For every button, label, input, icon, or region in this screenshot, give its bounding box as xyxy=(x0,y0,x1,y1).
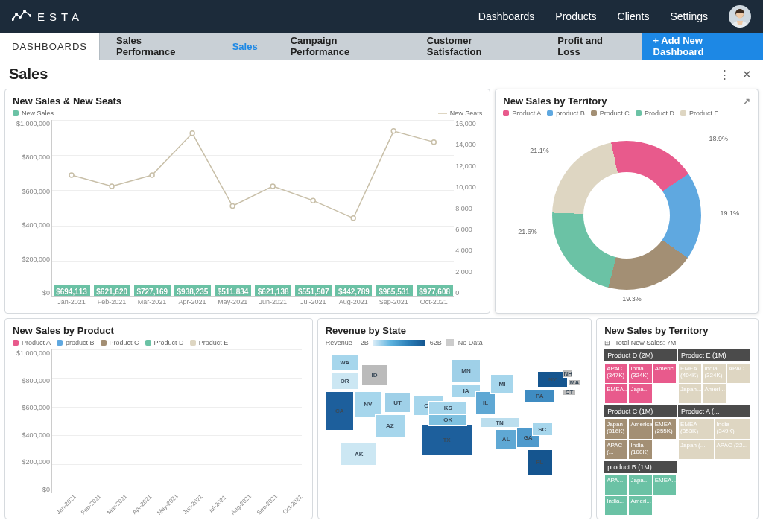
tab-profit-and-loss[interactable]: Profit and Loss xyxy=(541,33,641,60)
donut-label-e: 21.1% xyxy=(530,147,549,154)
nav-clients[interactable]: Clients xyxy=(618,10,650,22)
panel-new-sales-seats: New Sales & New Seats New Sales New Seat… xyxy=(4,89,490,314)
nav-settings[interactable]: Settings xyxy=(670,10,708,22)
panel-treemap: New Sales by Territory ⊞Total New Sales:… xyxy=(596,318,759,519)
tab-customer-satisfaction[interactable]: Customer Satisfaction xyxy=(411,33,542,60)
donut-label-a: 18.9% xyxy=(709,135,728,142)
panel-territory-donut: New Sales by Territory↗ Product Aproduct… xyxy=(495,89,759,314)
donut-label-b: 19.1% xyxy=(720,209,739,217)
brand-name: ESTA xyxy=(37,10,83,23)
svg-point-1 xyxy=(15,13,18,16)
treemap-icon: ⊞ xyxy=(604,339,610,346)
us-map[interactable]: WAORCAIDNVUTAZCOTXOKKSIAMNILMITNALGASCFL… xyxy=(326,349,583,516)
color-scale xyxy=(373,340,425,346)
avatar[interactable] xyxy=(729,5,751,28)
map-min: 2B xyxy=(361,339,369,346)
panel4-title: Revenue by State xyxy=(326,325,406,336)
legend-new-sales: New Sales xyxy=(22,110,54,117)
tabs-title: DASHBOARDS xyxy=(0,33,100,60)
svg-point-2 xyxy=(19,16,22,19)
panel3-title: New Sales by Product xyxy=(13,325,114,336)
title-bar: Sales ⋮ ✕ xyxy=(0,60,763,89)
map-max: 62B xyxy=(430,339,442,346)
close-icon[interactable]: ✕ xyxy=(739,67,754,82)
panel-revenue-by-state: Revenue by State Revenue :2B62BNo Data W… xyxy=(317,318,592,519)
map-nodata: No Data xyxy=(458,339,483,346)
donut-chart: 18.9% 19.1% 19.3% 21.6% 21.1% xyxy=(503,120,750,310)
more-icon[interactable]: ⋮ xyxy=(717,67,732,82)
tab-sales-performance[interactable]: Sales Performance xyxy=(100,33,216,60)
tab-campaign-performance[interactable]: Campaign Performance xyxy=(274,33,411,60)
treemap[interactable]: Product D (2M)APAC (347K)India (324K)Ame… xyxy=(604,349,750,516)
chart-stacked: $1,000,000$800,000$600,000$400,000$200,0… xyxy=(13,349,305,516)
panel-sales-by-product: New Sales by Product Product Aproduct BP… xyxy=(4,318,313,519)
page-title: Sales xyxy=(9,66,48,83)
logo[interactable]: ESTA xyxy=(12,8,83,25)
panel1-title: New Sales & New Seats xyxy=(13,95,121,107)
panel5-title: New Sales by Territory xyxy=(604,325,708,336)
add-new-dashboard-button[interactable]: + Add New Dashboard xyxy=(642,33,763,60)
donut-label-d: 21.6% xyxy=(518,228,537,235)
nav-dashboards[interactable]: Dashboards xyxy=(478,10,535,22)
tabs-bar: DASHBOARDS Sales Performance Sales Campa… xyxy=(0,33,763,60)
nav-products[interactable]: Products xyxy=(555,10,596,22)
donut-label-c: 19.3% xyxy=(622,295,642,303)
tab-sales[interactable]: Sales xyxy=(216,33,274,60)
expand-icon[interactable]: ↗ xyxy=(743,96,750,107)
svg-point-3 xyxy=(23,10,26,13)
panel2-title: New Sales by Territory xyxy=(503,95,607,107)
chart-sales-seats: $1,000,000$800,000$600,000$400,000$200,0… xyxy=(13,120,482,310)
treemap-subtitle: Total New Sales: 7M xyxy=(615,339,676,346)
legend-new-seats: New Seats xyxy=(450,110,483,117)
top-nav: ESTA Dashboards Products Clients Setting… xyxy=(0,0,763,33)
logo-icon xyxy=(12,8,31,25)
map-legend-label: Revenue : xyxy=(326,339,356,346)
